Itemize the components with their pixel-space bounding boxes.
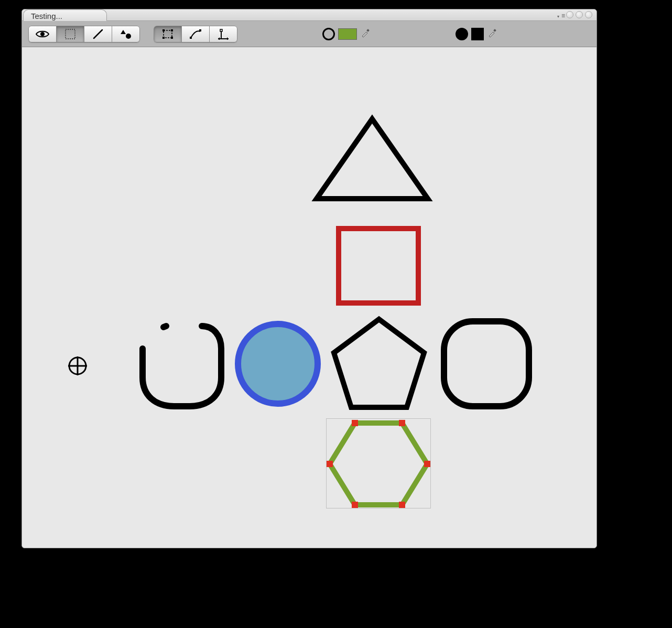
minimize-window-button[interactable] bbox=[576, 11, 583, 18]
fill-color-swatch[interactable] bbox=[471, 28, 484, 40]
marquee-select-tool-button[interactable] bbox=[56, 26, 84, 42]
vertex-handle[interactable] bbox=[352, 502, 358, 508]
eyedropper-icon bbox=[361, 28, 370, 39]
svg-rect-25 bbox=[339, 229, 418, 303]
pen-icon bbox=[92, 28, 104, 40]
svg-rect-7 bbox=[162, 37, 165, 39]
curve-handle-icon bbox=[189, 28, 202, 40]
vertex-handle[interactable] bbox=[327, 461, 333, 467]
shape-arc-open[interactable] bbox=[135, 320, 229, 414]
svg-point-21 bbox=[238, 324, 318, 404]
vertex-handle[interactable] bbox=[399, 420, 405, 426]
eyedropper-icon bbox=[487, 28, 497, 39]
view-tool-button[interactable] bbox=[28, 26, 57, 42]
shape-pentagon[interactable] bbox=[329, 314, 429, 415]
svg-rect-5 bbox=[162, 29, 165, 31]
shape-crosshair[interactable] bbox=[67, 355, 88, 376]
shapes-icon bbox=[120, 29, 132, 39]
svg-rect-23 bbox=[444, 321, 529, 406]
svg-rect-10 bbox=[199, 29, 201, 31]
text-tool-button[interactable] bbox=[209, 26, 237, 42]
marquee-icon bbox=[64, 28, 76, 40]
pen-tool-button[interactable] bbox=[84, 26, 112, 42]
shape-hexagon-selected[interactable] bbox=[323, 415, 433, 513]
toolbar bbox=[22, 21, 597, 47]
text-insert-icon bbox=[217, 28, 230, 40]
stroke-color-control bbox=[322, 28, 371, 40]
eye-icon bbox=[36, 30, 49, 38]
svg-rect-4 bbox=[164, 30, 172, 38]
svg-rect-11 bbox=[220, 29, 222, 31]
fill-eyedropper-button[interactable] bbox=[487, 29, 497, 39]
path-edit-tool-button[interactable] bbox=[181, 26, 210, 42]
svg-point-3 bbox=[126, 34, 131, 39]
shapes-tool-button[interactable] bbox=[112, 26, 140, 42]
canvas[interactable] bbox=[22, 47, 597, 548]
app-window: Testing... bbox=[21, 9, 597, 548]
svg-rect-9 bbox=[190, 37, 192, 39]
zoom-window-button[interactable] bbox=[585, 11, 592, 18]
svg-marker-26 bbox=[330, 423, 427, 505]
close-window-button[interactable] bbox=[566, 11, 573, 18]
svg-marker-2 bbox=[121, 30, 126, 34]
shape-square-red[interactable] bbox=[335, 225, 421, 306]
tool-group-mode bbox=[28, 26, 140, 42]
shape-triangle[interactable] bbox=[309, 113, 435, 206]
tab-title: Testing... bbox=[31, 12, 62, 20]
vertex-handle[interactable] bbox=[399, 502, 405, 508]
window-controls bbox=[566, 11, 592, 18]
fill-color-control bbox=[456, 28, 497, 40]
window-menu-icon[interactable] bbox=[557, 12, 565, 19]
stroke-eyedropper-button[interactable] bbox=[360, 29, 371, 39]
svg-rect-17 bbox=[493, 29, 496, 32]
shape-rounded-square[interactable] bbox=[439, 316, 534, 412]
stroke-color-swatch[interactable] bbox=[338, 28, 357, 40]
svg-rect-1 bbox=[66, 29, 75, 39]
svg-rect-6 bbox=[171, 29, 173, 31]
svg-rect-8 bbox=[171, 37, 173, 39]
svg-point-0 bbox=[40, 32, 45, 36]
transform-icon bbox=[161, 28, 174, 40]
svg-marker-22 bbox=[334, 319, 424, 407]
svg-marker-24 bbox=[317, 119, 428, 199]
svg-rect-16 bbox=[366, 29, 370, 32]
transform-tool-button[interactable] bbox=[154, 26, 182, 42]
vertex-handle[interactable] bbox=[424, 461, 430, 467]
tool-group-edit bbox=[154, 26, 237, 42]
stroke-indicator-icon bbox=[322, 28, 335, 40]
fill-indicator-icon bbox=[456, 28, 468, 40]
vertex-handle[interactable] bbox=[352, 420, 358, 426]
titlebar: Testing... bbox=[22, 9, 597, 21]
document-tab[interactable]: Testing... bbox=[23, 9, 107, 21]
shape-circle-filled[interactable] bbox=[233, 319, 322, 408]
